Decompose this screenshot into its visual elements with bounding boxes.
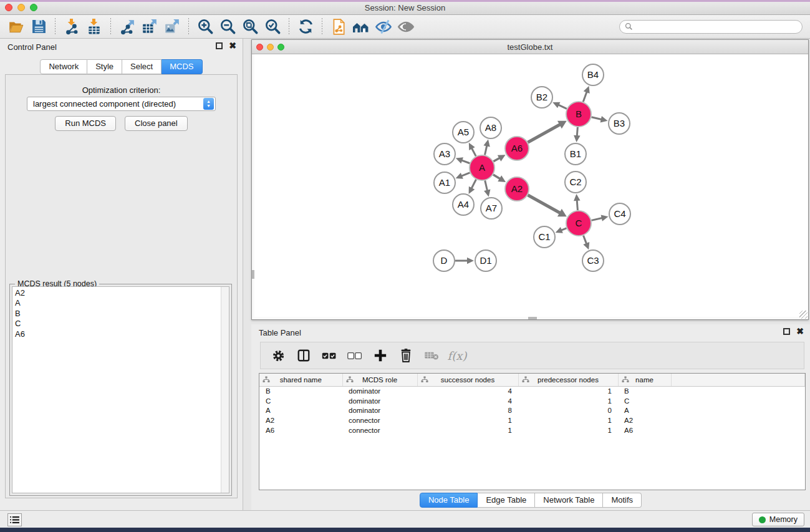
edge-A-A7[interactable] (485, 180, 488, 191)
tab-motifs[interactable]: Motifs (603, 493, 642, 508)
close-panel-button[interactable]: Close panel (125, 116, 188, 131)
table-settings-gear-icon[interactable] (271, 348, 286, 363)
cell[interactable]: A6 (259, 425, 342, 435)
node-C[interactable]: C (566, 211, 591, 236)
cell[interactable]: dominator (342, 405, 417, 415)
edge-A-A2[interactable] (493, 175, 501, 179)
cell[interactable]: A (259, 405, 342, 415)
add-column-icon[interactable] (373, 348, 388, 363)
cell[interactable]: 8 (417, 405, 518, 415)
edge-B-B4[interactable] (583, 91, 587, 102)
memory-button[interactable]: Memory (752, 513, 804, 526)
zoom-out-icon[interactable] (218, 17, 237, 36)
cell[interactable]: 1 (518, 396, 618, 406)
optimization-criterion-dropdown[interactable]: largest connected component (directed) ▲… (27, 97, 216, 111)
cell[interactable]: A2 (259, 415, 342, 425)
close-panel-icon[interactable]: ✖ (229, 42, 236, 49)
table-row[interactable]: A6connector11A6 (259, 425, 805, 435)
table-row[interactable]: Bdominator41B (259, 386, 805, 396)
node-A3[interactable]: A3 (434, 143, 455, 165)
cell[interactable]: A2 (618, 415, 671, 425)
node-D[interactable]: D (433, 250, 455, 271)
node-B4[interactable]: B4 (582, 64, 604, 85)
node-table[interactable]: shared nameMCDS rolesuccessor nodesprede… (259, 373, 806, 490)
search-field[interactable] (619, 20, 803, 34)
import-network-icon[interactable] (62, 17, 81, 36)
home-layout-icon[interactable] (352, 17, 370, 36)
mcds-result-list[interactable]: A2ABCA6 (12, 286, 229, 493)
delete-column-icon[interactable] (398, 348, 413, 363)
task-history-button[interactable] (7, 513, 22, 526)
node-A1[interactable]: A1 (434, 172, 455, 193)
close-table-panel-icon[interactable]: ✖ (796, 328, 804, 335)
node-D1[interactable]: D1 (475, 250, 496, 271)
edge-A2-C[interactable] (528, 195, 561, 213)
column-header-name[interactable]: name (618, 374, 671, 386)
cell[interactable]: 1 (518, 386, 618, 396)
cell[interactable]: A6 (618, 425, 671, 435)
column-header-successor-nodes[interactable]: successor nodes (417, 374, 518, 386)
hide-details-icon[interactable] (374, 17, 393, 36)
column-header-predecessor-nodes[interactable]: predecessor nodes (518, 374, 618, 386)
node-A8[interactable]: A8 (480, 117, 501, 138)
show-details-icon[interactable] (397, 17, 415, 36)
node-C4[interactable]: C4 (609, 203, 630, 225)
edge-A-A1[interactable] (461, 173, 470, 177)
cell[interactable]: 4 (417, 386, 518, 396)
result-list-scrollbar[interactable] (221, 287, 229, 493)
edge-A-A5[interactable] (471, 148, 476, 157)
edge-A6-B[interactable] (528, 124, 561, 142)
edge-C-C2[interactable] (577, 200, 577, 210)
table-row[interactable]: Adominator80A (259, 405, 805, 415)
edge-B-B1[interactable] (577, 127, 577, 137)
cell[interactable]: 1 (518, 415, 618, 425)
search-input[interactable] (633, 22, 797, 31)
tab-select[interactable]: Select (122, 59, 162, 74)
node-C3[interactable]: C3 (582, 250, 604, 271)
network-window-titlebar[interactable]: testGlobe.txt (252, 40, 808, 54)
cell[interactable]: dominator (342, 386, 417, 396)
edge-A-A8[interactable] (485, 145, 487, 155)
node-A7[interactable]: A7 (481, 198, 502, 219)
tab-style[interactable]: Style (87, 59, 122, 74)
save-session-icon[interactable] (29, 17, 48, 36)
node-B2[interactable]: B2 (531, 87, 552, 108)
table-row[interactable]: Cdominator41C (259, 396, 805, 406)
edge-A-A4[interactable] (471, 180, 476, 189)
result-list-item[interactable]: A (15, 298, 219, 308)
node-A2[interactable]: A2 (505, 177, 529, 201)
cell[interactable]: connector (342, 415, 417, 425)
network-vertical-scrollbar[interactable] (252, 54, 254, 319)
zoom-fit-icon[interactable] (241, 17, 259, 36)
cell[interactable]: 1 (417, 425, 518, 435)
node-B[interactable]: B (566, 102, 591, 127)
cell[interactable]: dominator (342, 396, 417, 406)
network-graph[interactable]: ABCA2A6A1A3A4A5A7A8B1B2B3B4C1C2C3C4DD1 (252, 54, 808, 318)
node-A4[interactable]: A4 (453, 194, 474, 215)
export-table-icon[interactable] (140, 17, 159, 36)
select-all-check-icon[interactable] (322, 348, 337, 363)
run-mcds-button[interactable]: Run MCDS (55, 116, 116, 131)
cell[interactable]: 1 (417, 415, 518, 425)
cell[interactable]: B (618, 386, 671, 396)
node-A6[interactable]: A6 (505, 137, 529, 160)
column-header-MCDS-role[interactable]: MCDS role (342, 374, 417, 386)
deselect-all-icon[interactable] (347, 348, 362, 363)
import-table-icon[interactable] (85, 17, 104, 36)
node-C1[interactable]: C1 (534, 226, 555, 248)
cell[interactable]: connector (342, 425, 417, 435)
tab-network-table[interactable]: Network Table (535, 493, 603, 508)
refresh-view-icon[interactable] (296, 17, 315, 36)
cell[interactable]: 1 (518, 425, 618, 435)
edge-B-B2[interactable] (557, 105, 566, 109)
network-canvas[interactable]: ABCA2A6A1A3A4A5A7A8B1B2B3B4C1C2C3C4DD1 (252, 54, 808, 319)
column-header-shared-name[interactable]: shared name (259, 374, 342, 386)
node-C2[interactable]: C2 (565, 172, 586, 193)
node-A[interactable]: A (470, 155, 494, 180)
float-panel-icon[interactable] (216, 42, 223, 49)
cell[interactable]: 4 (417, 396, 518, 406)
edge-B-B3[interactable] (591, 117, 602, 120)
edge-A-A3[interactable] (461, 160, 470, 163)
export-network-icon[interactable] (118, 17, 137, 36)
zoom-in-icon[interactable] (196, 17, 215, 36)
